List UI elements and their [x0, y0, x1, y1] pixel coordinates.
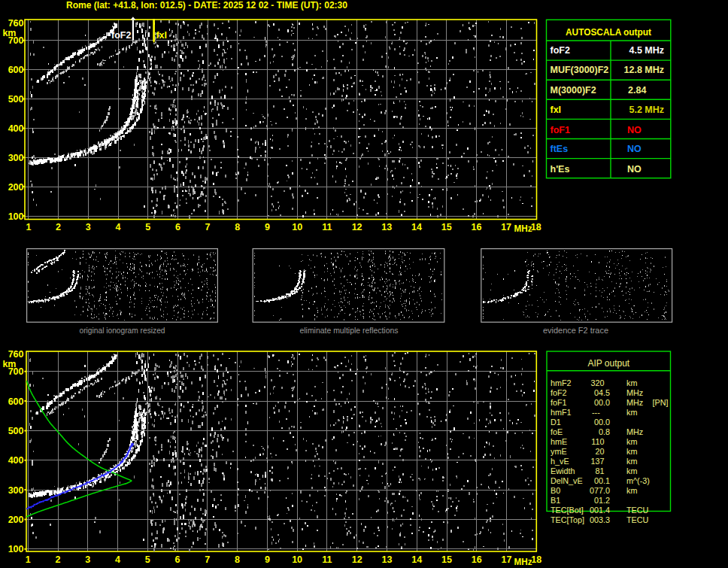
svg-text:0.8: 0.8	[599, 427, 610, 436]
svg-text:15: 15	[441, 222, 452, 232]
svg-text:300: 300	[8, 153, 24, 163]
svg-text:760: 760	[8, 349, 24, 360]
svg-text:foF2: foF2	[551, 388, 567, 397]
svg-text:077.0: 077.0	[590, 486, 610, 495]
svg-text:400: 400	[8, 123, 24, 134]
svg-text:foF1: foF1	[551, 125, 570, 135]
svg-text:1: 1	[26, 222, 31, 232]
svg-text:km: km	[626, 447, 637, 456]
svg-text:8: 8	[235, 222, 240, 232]
svg-text:foF1: foF1	[551, 398, 567, 407]
svg-text:h'Es: h'Es	[551, 164, 570, 175]
svg-text:04.5: 04.5	[594, 388, 610, 397]
svg-text:km: km	[626, 408, 637, 417]
svg-text:NO: NO	[627, 125, 642, 135]
svg-text:9: 9	[265, 554, 270, 565]
svg-text:2: 2	[56, 222, 61, 232]
svg-text:81: 81	[595, 466, 604, 475]
svg-text:16: 16	[472, 554, 482, 565]
svg-text:h_vE: h_vE	[551, 457, 569, 466]
svg-text:B1: B1	[551, 496, 560, 505]
svg-text:18: 18	[531, 222, 541, 232]
svg-text:m^(-3): m^(-3)	[626, 476, 650, 485]
svg-text:TECU: TECU	[626, 515, 648, 524]
svg-text:12: 12	[352, 222, 362, 232]
svg-text:00.0: 00.0	[594, 418, 610, 427]
svg-text:700: 700	[8, 366, 24, 377]
svg-text:12: 12	[352, 554, 362, 565]
svg-text:fxI: fxI	[156, 30, 167, 41]
svg-text:km: km	[626, 466, 637, 475]
svg-text:15: 15	[441, 554, 452, 565]
svg-text:500: 500	[8, 94, 24, 105]
svg-text:10: 10	[292, 222, 302, 232]
svg-text:MHz: MHz	[626, 388, 643, 397]
svg-text:D1: D1	[551, 418, 561, 427]
svg-text:5: 5	[145, 222, 150, 232]
svg-text:AUTOSCALA output: AUTOSCALA output	[566, 26, 652, 38]
svg-text:16: 16	[471, 222, 481, 232]
svg-text:4: 4	[116, 222, 121, 232]
svg-text:hmE: hmE	[551, 437, 567, 446]
svg-text:---: ---	[592, 408, 600, 417]
svg-text:B0: B0	[551, 486, 560, 495]
svg-text:400: 400	[8, 455, 24, 466]
svg-text:MHz: MHz	[514, 557, 532, 567]
svg-text:5.2 MHz: 5.2 MHz	[629, 105, 664, 115]
svg-text:MHz: MHz	[626, 427, 643, 436]
svg-text:001.4: 001.4	[590, 506, 610, 515]
svg-text:13: 13	[381, 222, 392, 232]
svg-text:11: 11	[322, 554, 332, 565]
svg-text:600: 600	[8, 65, 24, 75]
svg-text:320: 320	[590, 378, 604, 387]
svg-text:M(3000)F2: M(3000)F2	[551, 85, 596, 96]
svg-text:13: 13	[381, 554, 392, 565]
svg-text:[PN]: [PN]	[653, 398, 669, 407]
svg-text:6: 6	[175, 554, 180, 565]
svg-text:fxI: fxI	[551, 105, 562, 115]
svg-text:17: 17	[502, 554, 512, 565]
svg-text:12.8 MHz: 12.8 MHz	[624, 65, 665, 75]
svg-text:ymE: ymE	[551, 447, 567, 456]
svg-text:760: 760	[8, 18, 24, 29]
svg-text:ftEs: ftEs	[551, 144, 569, 154]
svg-text:11: 11	[322, 222, 332, 232]
svg-text:700: 700	[8, 35, 24, 46]
svg-text:hmF1: hmF1	[551, 408, 572, 417]
svg-text:TEC[Bot]: TEC[Bot]	[551, 506, 584, 515]
svg-text:7: 7	[205, 222, 211, 232]
svg-text:1: 1	[26, 554, 31, 565]
svg-text:foF2: foF2	[551, 45, 570, 56]
svg-text:foE: foE	[551, 427, 563, 436]
svg-text:km: km	[626, 486, 637, 495]
svg-text:NO: NO	[627, 164, 642, 175]
svg-text:18: 18	[531, 554, 541, 565]
svg-text:TEC[Top]: TEC[Top]	[551, 515, 584, 524]
svg-text:137: 137	[590, 457, 604, 466]
svg-text:003.3: 003.3	[590, 515, 610, 524]
svg-text:km: km	[626, 437, 637, 446]
svg-text:8: 8	[235, 554, 240, 565]
svg-text:9: 9	[265, 222, 270, 232]
svg-text:2.84: 2.84	[628, 85, 646, 96]
svg-text:km: km	[626, 457, 637, 466]
svg-text:km: km	[626, 378, 637, 387]
svg-text:200: 200	[8, 515, 24, 525]
svg-text:original ionogram resized: original ionogram resized	[80, 326, 165, 335]
svg-text:evidence F2 trace: evidence F2 trace	[543, 326, 608, 335]
svg-text:100: 100	[8, 211, 24, 222]
svg-text:14: 14	[411, 554, 422, 565]
svg-text:TECU: TECU	[626, 506, 648, 515]
svg-text:Ewidth: Ewidth	[551, 466, 575, 475]
svg-text:3: 3	[86, 222, 91, 232]
svg-text:2: 2	[56, 554, 61, 565]
svg-text:4: 4	[115, 554, 120, 565]
svg-text:hmF2: hmF2	[551, 378, 572, 387]
svg-text:AIP output: AIP output	[587, 358, 629, 369]
svg-text:DelN_vE: DelN_vE	[551, 476, 583, 485]
svg-text:00.0: 00.0	[594, 398, 610, 407]
svg-text:4.5 MHz: 4.5 MHz	[629, 45, 664, 56]
svg-text:foF2: foF2	[111, 30, 131, 41]
svg-text:10: 10	[292, 554, 302, 565]
svg-text:eliminate multiple reflections: eliminate multiple reflections	[300, 326, 399, 335]
